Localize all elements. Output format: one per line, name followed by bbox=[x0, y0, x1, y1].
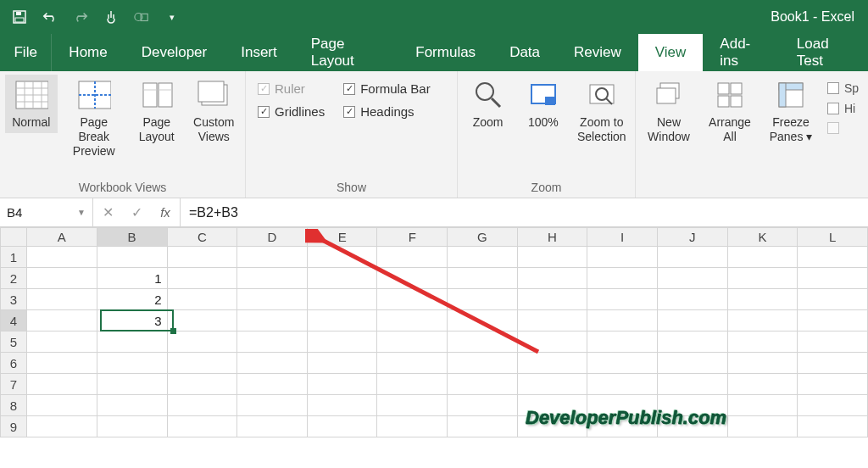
tab-home[interactable]: Home bbox=[52, 34, 124, 71]
zoom-button[interactable]: Zoom bbox=[463, 75, 513, 133]
svg-rect-31 bbox=[731, 83, 742, 94]
tab-developer[interactable]: Developer bbox=[125, 34, 225, 71]
touch-mode-icon[interactable] bbox=[103, 9, 119, 25]
zoom-100-icon bbox=[526, 78, 560, 112]
svg-rect-33 bbox=[731, 96, 742, 107]
shapes-icon[interactable] bbox=[134, 9, 149, 25]
zoom-selection-icon bbox=[585, 78, 619, 112]
col-header[interactable]: I bbox=[587, 228, 658, 247]
svg-rect-16 bbox=[159, 83, 172, 107]
svg-rect-36 bbox=[779, 83, 786, 107]
tab-load-test[interactable]: Load Test bbox=[780, 34, 868, 71]
page-layout-button[interactable]: Page Layout bbox=[131, 75, 183, 148]
tab-formulas[interactable]: Formulas bbox=[398, 34, 492, 71]
col-header[interactable]: F bbox=[377, 228, 448, 247]
qat-customize-icon[interactable]: ▾ bbox=[164, 9, 180, 25]
formula-bar-checkbox[interactable]: ✓Formula Bar bbox=[343, 81, 431, 96]
tab-review[interactable]: Review bbox=[557, 34, 638, 71]
cell-B4[interactable]: 3 bbox=[97, 310, 167, 332]
cell-B2[interactable]: 1 bbox=[97, 268, 167, 289]
row-header[interactable]: 1 bbox=[1, 247, 27, 268]
cancel-formula-icon[interactable]: ✕ bbox=[93, 204, 122, 220]
row-header[interactable]: 9 bbox=[1, 416, 27, 437]
window-title: Book1 - Excel bbox=[771, 9, 854, 25]
cell-B3[interactable]: 2 bbox=[97, 289, 167, 310]
title-bar: ▾ Book1 - Excel bbox=[0, 0, 868, 34]
new-window-icon bbox=[652, 78, 686, 112]
tab-view[interactable]: View bbox=[638, 34, 704, 71]
col-header[interactable]: J bbox=[657, 228, 727, 247]
group-show: ✓Ruler ✓Gridlines ✓Formula Bar ✓Headings… bbox=[246, 71, 458, 198]
row-header[interactable]: 8 bbox=[1, 395, 27, 416]
page-break-preview-button[interactable]: Page Break Preview bbox=[63, 75, 125, 161]
col-header[interactable]: L bbox=[798, 228, 868, 247]
formula-input[interactable]: =B2+B3 bbox=[181, 198, 868, 226]
col-header[interactable]: B bbox=[97, 228, 167, 247]
svg-rect-20 bbox=[198, 81, 224, 102]
row-header[interactable]: 2 bbox=[1, 268, 27, 289]
svg-rect-2 bbox=[15, 18, 24, 22]
spreadsheet-grid[interactable]: A B C D E F G H I J K L 1 21 32 43 5 6 7… bbox=[0, 227, 868, 437]
hide-button[interactable]: Hi bbox=[827, 102, 859, 115]
undo-icon[interactable] bbox=[42, 9, 58, 25]
freeze-panes-icon bbox=[774, 78, 808, 112]
formula-bar: B4▼ ✕ ✓ fx =B2+B3 bbox=[0, 198, 868, 227]
normal-view-icon bbox=[14, 78, 48, 112]
row-header[interactable]: 4 bbox=[1, 310, 27, 332]
tab-file[interactable]: File bbox=[0, 34, 52, 71]
group-label-show: Show bbox=[251, 179, 452, 196]
svg-rect-15 bbox=[143, 83, 157, 107]
row-header[interactable]: 5 bbox=[1, 332, 27, 353]
cell[interactable] bbox=[97, 247, 167, 268]
zoom-100-button[interactable]: 100% bbox=[518, 75, 568, 133]
row-header[interactable]: 6 bbox=[1, 353, 27, 374]
redo-icon[interactable] bbox=[73, 9, 88, 25]
col-header[interactable]: G bbox=[448, 228, 518, 247]
ruler-checkbox: ✓Ruler bbox=[258, 81, 325, 96]
zoom-selection-button[interactable]: Zoom to Selection bbox=[574, 75, 630, 148]
split-button[interactable]: Sp bbox=[827, 81, 859, 95]
group-zoom: Zoom 100% Zoom to Selection Zoom bbox=[458, 71, 636, 198]
new-window-button[interactable]: New Window bbox=[641, 75, 697, 148]
headings-checkbox[interactable]: ✓Headings bbox=[343, 104, 431, 119]
col-header[interactable]: D bbox=[237, 228, 308, 247]
ribbon: Normal Page Break Preview Page Layout Cu… bbox=[0, 71, 868, 198]
tab-add-ins[interactable]: Add-ins bbox=[703, 34, 779, 71]
tab-page-layout[interactable]: Page Layout bbox=[294, 34, 399, 71]
freeze-panes-button[interactable]: Freeze Panes ▾ bbox=[763, 75, 819, 148]
svg-rect-30 bbox=[718, 83, 729, 94]
name-box-dropdown-icon[interactable]: ▼ bbox=[77, 208, 86, 217]
group-label-workbook-views: Workbook Views bbox=[5, 179, 240, 196]
group-workbook-views: Normal Page Break Preview Page Layout Cu… bbox=[0, 71, 246, 198]
svg-rect-1 bbox=[16, 12, 21, 15]
gridlines-checkbox[interactable]: ✓Gridlines bbox=[258, 104, 325, 119]
enter-formula-icon[interactable]: ✓ bbox=[122, 204, 151, 220]
col-header[interactable]: E bbox=[307, 228, 377, 247]
svg-point-21 bbox=[476, 83, 493, 100]
row-header[interactable]: 3 bbox=[1, 289, 27, 310]
tab-data[interactable]: Data bbox=[492, 34, 557, 71]
svg-rect-29 bbox=[657, 88, 676, 103]
custom-views-button[interactable]: Custom Views bbox=[187, 75, 240, 148]
name-box[interactable]: B4▼ bbox=[0, 198, 93, 226]
watermark-text: DeveloperPublish.com bbox=[526, 407, 726, 429]
quick-access-toolbar: ▾ bbox=[7, 9, 180, 25]
col-header[interactable]: A bbox=[26, 228, 97, 247]
col-header[interactable]: K bbox=[727, 228, 798, 247]
unhide-button[interactable] bbox=[827, 122, 859, 134]
group-window: New Window Arrange All Freeze Panes ▾ Sp… bbox=[636, 71, 868, 198]
arrange-all-button[interactable]: Arrange All bbox=[702, 75, 758, 148]
zoom-icon bbox=[471, 78, 505, 112]
normal-view-button[interactable]: Normal bbox=[5, 75, 58, 133]
svg-line-22 bbox=[492, 98, 500, 107]
tab-insert[interactable]: Insert bbox=[224, 34, 294, 71]
arrange-all-icon bbox=[713, 78, 747, 112]
row-header[interactable]: 7 bbox=[1, 374, 27, 395]
svg-rect-32 bbox=[718, 96, 729, 107]
insert-function-icon[interactable]: fx bbox=[151, 205, 180, 220]
col-header[interactable]: H bbox=[517, 228, 587, 247]
col-header[interactable]: C bbox=[167, 228, 237, 247]
select-all-corner[interactable] bbox=[1, 228, 27, 247]
save-icon[interactable] bbox=[12, 9, 27, 25]
cell[interactable] bbox=[26, 247, 97, 268]
